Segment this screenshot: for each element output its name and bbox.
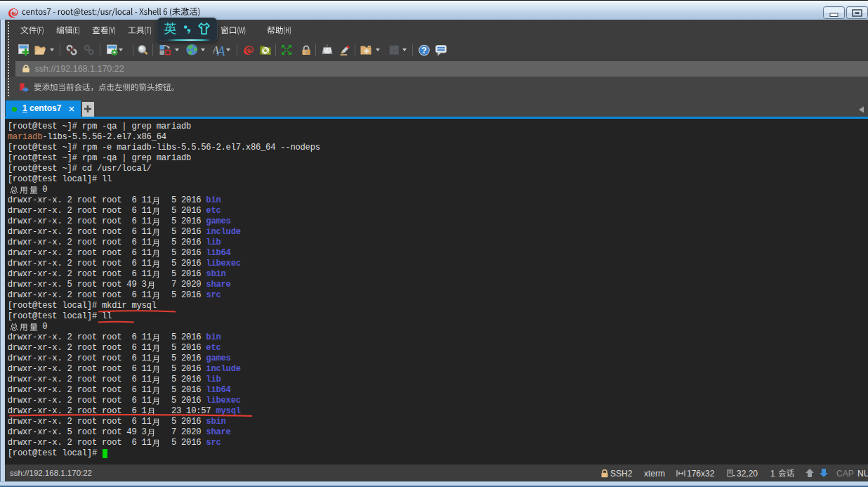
svg-text:A: A — [217, 44, 226, 56]
svg-text:?: ? — [421, 46, 427, 56]
